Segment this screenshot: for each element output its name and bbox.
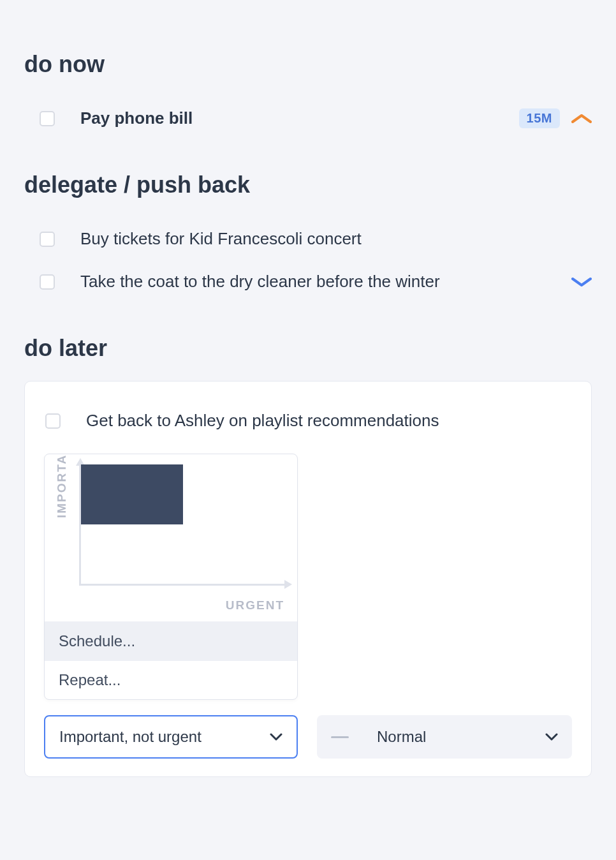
task-title[interactable]: Take the coat to the dry cleaner before … [80, 272, 546, 292]
chevron-down-icon [545, 732, 558, 741]
section-header-do-now: do now [24, 51, 592, 78]
task-row[interactable]: Get back to Ashley on playlist recommend… [44, 399, 572, 442]
repeat-select[interactable]: Normal [317, 715, 572, 759]
section-header-do-later: do later [24, 335, 592, 362]
menu-item-schedule[interactable]: Schedule... [45, 621, 297, 660]
priority-up-icon[interactable] [571, 113, 592, 124]
y-axis-label: IMPORTANT [55, 454, 69, 518]
task-title[interactable]: Get back to Ashley on playlist recommend… [86, 411, 572, 431]
dash-icon [331, 736, 349, 738]
task-title[interactable]: Buy tickets for Kid Francescoli concert [80, 229, 592, 249]
menu-item-repeat[interactable]: Repeat... [45, 660, 297, 699]
section-header-delegate: delegate / push back [24, 172, 592, 198]
x-axis-label: URGENT [226, 598, 284, 612]
selected-quadrant[interactable] [81, 464, 183, 524]
duration-badge: 15M [519, 108, 560, 128]
task-row[interactable]: Take the coat to the dry cleaner before … [24, 260, 592, 303]
priority-down-icon[interactable] [571, 276, 592, 288]
task-title[interactable]: Pay phone bill [80, 108, 494, 128]
selects-row: Important, not urgent Normal [44, 715, 572, 759]
matrix-plot[interactable] [79, 464, 284, 586]
task-checkbox[interactable] [40, 232, 55, 247]
task-card: Get back to Ashley on playlist recommend… [24, 381, 592, 777]
chevron-down-icon [270, 732, 282, 741]
priority-matrix-popup: IMPORTANT URGENT Schedule... Repeat... [44, 454, 298, 700]
priority-matrix-chart[interactable]: IMPORTANT URGENT [45, 454, 297, 621]
priority-select-value: Important, not urgent [59, 728, 202, 746]
priority-select[interactable]: Important, not urgent [44, 715, 298, 759]
task-checkbox[interactable] [40, 274, 55, 290]
task-checkbox[interactable] [45, 413, 61, 429]
task-checkbox[interactable] [40, 111, 55, 126]
task-row[interactable]: Buy tickets for Kid Francescoli concert [24, 218, 592, 260]
arrow-right-icon [284, 580, 292, 589]
repeat-select-value: Normal [377, 728, 426, 746]
task-row[interactable]: Pay phone bill 15M [24, 97, 592, 140]
